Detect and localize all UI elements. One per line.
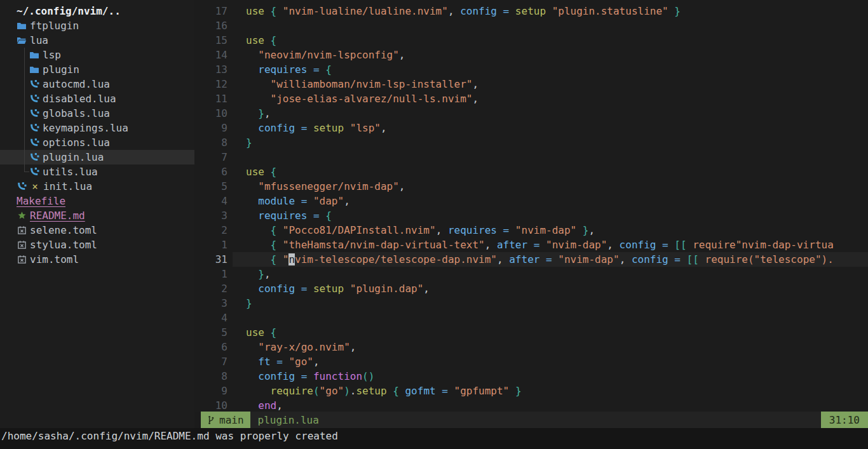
tree-item-selene.toml[interactable]: selene.toml [0,223,194,238]
token-op: = [442,385,454,397]
tree-item-plugin.lua[interactable]: plugin.lua [0,150,194,164]
code-text: "mfussenegger/nvim-dap", [233,179,868,194]
token-op: = [534,239,546,251]
code-line[interactable]: 9 require("go").setup { gofmt = "gpfumpt… [194,384,868,398]
token-punc: { [271,5,283,17]
token-prop: requires [258,210,313,222]
token-punc: } [515,385,522,397]
toml-icon [17,240,27,250]
line-number: 9 [194,121,233,135]
token-str: "neovim/nvim-lspconfig" [258,49,399,61]
tree-item-utils.lua[interactable]: utils.lua [0,164,194,179]
code-text: config = setup "plugin.dap", [233,281,868,296]
tree-item-stylua.toml[interactable]: stylua.toml [0,238,194,252]
token-str: require"nvim-dap-virtua [693,239,834,251]
tree-item-README.md[interactable]: README.md [0,208,194,223]
token-plain [246,283,258,295]
tree-indent-guide [24,48,29,62]
star-icon [17,211,27,221]
token-plain [246,399,258,412]
tree-item-init.lua[interactable]: ×init.lua [0,179,194,194]
tree-root-path[interactable]: ~/.config/nvim/.. [0,4,194,18]
token-str: "williamboman/nvim-lsp-installer" [271,78,473,90]
tree-item-options.lua[interactable]: options.lua [0,135,194,150]
tree-item-lsp[interactable]: lsp [0,48,194,62]
token-plain [246,64,258,76]
cursor-position: 31:10 [821,412,868,428]
code-line-current[interactable]: 31 { "nvim-telescope/telescope-dap.nvim"… [194,252,868,267]
line-number: 3 [194,208,233,223]
token-punc: } [258,107,264,119]
token-plain: , [381,122,387,134]
code-line[interactable]: 12 "williamboman/nvim-lsp-installer", [194,77,868,91]
tree-item-disabled.lua[interactable]: disabled.lua [0,91,194,106]
code-line[interactable]: 5use { [194,325,868,340]
tree-item-vim.toml[interactable]: vim.toml [0,252,194,267]
tree-item-label: autocmd.lua [43,77,110,91]
code-line[interactable]: 8 config = function() [194,369,868,384]
code-line[interactable]: 1 }, [194,267,868,281]
token-prop: gofmt [405,385,442,397]
tree-item-keymapings.lua[interactable]: keymapings.lua [0,121,194,135]
code-line[interactable]: 6use { [194,164,868,179]
tree-item-plugin[interactable]: plugin [0,62,194,77]
code-line[interactable]: 4 module = "dap", [194,194,868,208]
line-number: 8 [194,135,233,150]
tree-item-lua[interactable]: lua [0,33,194,48]
code-line[interactable]: 7 [194,150,868,164]
token-punc: [[ [687,253,705,265]
token-op: = [301,370,313,382]
token-prop: config [258,370,301,382]
code-text: use { [233,164,868,179]
token-plain: , [423,283,430,295]
token-op: = [301,122,313,134]
lua-icon [29,123,39,133]
code-line[interactable]: 11 "jose-elias-alvarez/null-ls.nvim", [194,91,868,106]
buffer-area[interactable]: 17use { "nvim-lualine/lualine.nvim", con… [194,0,868,412]
code-line[interactable]: 6 "ray-x/go.nvim", [194,340,868,354]
code-line[interactable]: 17use { "nvim-lualine/lualine.nvim", con… [194,4,868,18]
code-line[interactable]: 13 requires = { [194,62,868,77]
code-line[interactable]: 10 end, [194,398,868,412]
code-line[interactable]: 9 config = setup "lsp", [194,121,868,135]
code-line[interactable]: 16 [194,18,868,33]
line-number: 17 [194,4,233,18]
code-line[interactable]: 2 config = setup "plugin.dap", [194,281,868,296]
token-punc: { [271,253,283,265]
code-line[interactable]: 10 }, [194,106,868,121]
tree-item-label: stylua.toml [30,238,97,252]
token-str: require("telescope"). [705,253,834,265]
code-text: }, [233,267,868,281]
token-plain [246,239,271,251]
line-number: 9 [194,384,233,398]
code-text: use { "nvim-lualine/lualine.nvim", confi… [233,4,868,18]
code-line[interactable]: 4 [194,311,868,325]
code-line[interactable]: 15use { [194,33,868,48]
token-fn: use [246,34,271,46]
token-op: = [313,210,325,222]
token-fn: use [246,326,271,338]
token-plain: , [344,195,350,207]
code-text: { "theHamsta/nvim-dap-virtual-text", aft… [233,238,868,252]
token-kw: end [258,399,276,412]
tree-item-autocmd.lua[interactable]: autocmd.lua [0,77,194,91]
code-line[interactable]: 7 ft = "go", [194,354,868,369]
tree-item-Makefile[interactable]: Makefile [0,194,194,208]
token-plain: , [264,107,271,119]
token-plain: , [313,356,320,368]
tree-item-ftplugin[interactable]: ftplugin [0,18,194,33]
code-line[interactable]: 8} [194,135,868,150]
tree-indent-guide [24,91,29,106]
folder-icon [29,65,39,75]
code-line[interactable]: 3 requires = { [194,208,868,223]
token-punc: [[ [674,239,693,251]
code-line[interactable]: 5 "mfussenegger/nvim-dap", [194,179,868,194]
token-plain: , [497,253,509,265]
code-line[interactable]: 1 { "theHamsta/nvim-dap-virtual-text", a… [194,238,868,252]
token-prop: config [258,283,301,295]
code-line[interactable]: 2 { "Pocco81/DAPInstall.nvim", requires … [194,223,868,238]
code-line[interactable]: 3} [194,296,868,311]
token-str: "nvim-dap" [515,224,583,236]
tree-item-globals.lua[interactable]: globals.lua [0,106,194,121]
code-line[interactable]: 14 "neovim/nvim-lspconfig", [194,48,868,62]
